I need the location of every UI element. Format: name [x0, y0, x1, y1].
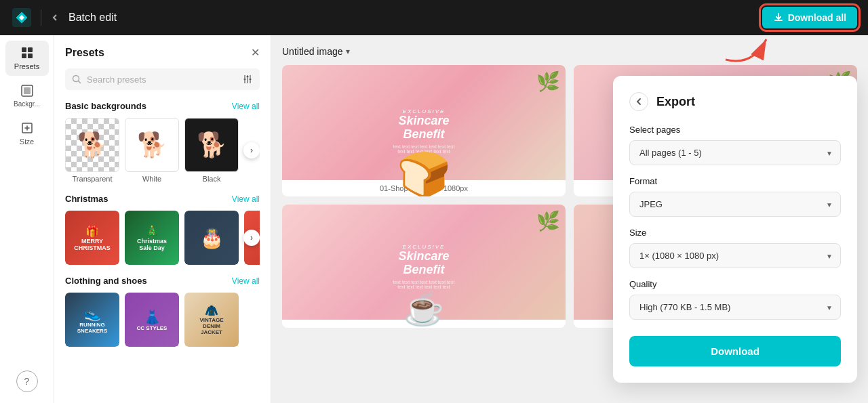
- download-icon: [773, 12, 784, 23]
- app-logo: [11, 7, 33, 28]
- christmas-row: 🎁 MERRYCHRISTMAS 🎄 ChristmasSale Day 🎂: [65, 211, 260, 265]
- basic-view-all[interactable]: View all: [232, 102, 260, 111]
- export-title: Export: [656, 95, 695, 109]
- export-back-button[interactable]: [629, 92, 648, 111]
- preset-white[interactable]: 🐕 White: [125, 118, 179, 183]
- format-select[interactable]: JPEGPNGPDFSVG: [629, 192, 841, 217]
- quality-select-wrapper: High (770 KB - 1.5 MB)Medium (400 KB - 7…: [629, 295, 841, 320]
- preset-christmas-1[interactable]: 🎁 MERRYCHRISTMAS: [65, 211, 119, 265]
- presets-title: Presets: [65, 47, 104, 59]
- presets-panel: Presets ✕ Basic backgrounds View all: [54, 35, 271, 403]
- pages-select-wrapper: All pages (1 - 5)Current pageCustom rang…: [629, 140, 841, 165]
- download-all-wrapper: Download all: [762, 7, 857, 28]
- icon-sidebar: Presets Backgr... Size ?: [0, 35, 54, 403]
- transparent-thumb: 🐕: [65, 118, 119, 172]
- adjust-icon[interactable]: [242, 74, 253, 85]
- canvas-image-1: EXCLUSIVE SkincareBenefit text text text…: [282, 65, 566, 180]
- search-icon: [72, 75, 81, 84]
- preset-christmas-2[interactable]: 🎄 ChristmasSale Day: [125, 211, 179, 265]
- format-select-wrapper: JPEGPNGPDFSVG: [629, 192, 841, 217]
- svg-rect-3: [28, 47, 33, 52]
- select-pages-group: Select pages All pages (1 - 5)Current pa…: [629, 125, 841, 165]
- scroll-right-christmas[interactable]: ›: [243, 230, 260, 246]
- presets-panel-header: Presets ✕: [65, 46, 260, 59]
- sidebar-item-background[interactable]: Backgr...: [5, 79, 49, 113]
- canvas-item-1[interactable]: EXCLUSIVE SkincareBenefit text text text…: [282, 65, 566, 196]
- canvas-item-3[interactable]: EXCLUSIVE SkincareBenefit text text text…: [282, 205, 566, 328]
- header-divider: [41, 9, 41, 26]
- christmas-view-all[interactable]: View all: [232, 194, 260, 204]
- back-button[interactable]: [50, 12, 60, 23]
- presets-icon: [20, 46, 34, 60]
- preset-christmas-3[interactable]: 🎂: [184, 211, 239, 265]
- size-group: Size 1× (1080 × 1080 px)2× (2160 × 2160 …: [629, 228, 841, 268]
- search-input[interactable]: [87, 75, 237, 85]
- select-pages-label: Select pages: [629, 125, 841, 135]
- jacket-thumb: 🧥 VINTAGEDENIMJACKET: [184, 293, 239, 347]
- shoes-thumb: 👟 RUNNINGSNEAKERS: [65, 293, 119, 347]
- svg-rect-5: [28, 54, 33, 58]
- download-all-button[interactable]: Download all: [762, 7, 857, 28]
- canvas-title: Untitled image ▾: [282, 46, 350, 57]
- canvas-area: Untitled image ▾ EXCLUSIVE SkincareBenef…: [271, 35, 868, 403]
- format-label: Format: [629, 176, 841, 186]
- preset-transparent[interactable]: 🐕 Transparent: [65, 118, 119, 183]
- help-icon-container: ?: [16, 370, 38, 403]
- svg-point-11: [247, 76, 249, 78]
- download-button[interactable]: Download: [629, 336, 841, 366]
- quality-group: Quality High (770 KB - 1.5 MB)Medium (40…: [629, 279, 841, 320]
- clothing-row: 👟 RUNNINGSNEAKERS 👗 CC STYLES 🧥: [65, 293, 260, 347]
- christmas-thumb-3: 🎂: [184, 211, 239, 265]
- white-thumb: 🐕: [125, 118, 179, 172]
- format-group: Format JPEGPNGPDFSVG: [629, 176, 841, 217]
- christmas-header: Christmas View all: [65, 194, 260, 204]
- black-thumb: 🐕: [184, 118, 239, 172]
- export-header: Export: [629, 92, 841, 111]
- export-panel: Export Select pages All pages (1 - 5)Cur…: [613, 76, 857, 383]
- sidebar-item-presets[interactable]: Presets: [5, 41, 49, 76]
- quality-label: Quality: [629, 279, 841, 289]
- quality-select[interactable]: High (770 KB - 1.5 MB)Medium (400 KB - 7…: [629, 295, 841, 320]
- svg-point-10: [244, 79, 246, 81]
- preset-shoes[interactable]: 👟 RUNNINGSNEAKERS: [65, 293, 119, 347]
- svg-rect-4: [22, 54, 26, 58]
- size-icon: [20, 121, 34, 135]
- page-title: Batch edit: [68, 12, 117, 24]
- pages-select[interactable]: All pages (1 - 5)Current pageCustom rang…: [629, 140, 841, 165]
- preset-jacket[interactable]: 🧥 VINTAGEDENIMJACKET: [184, 293, 239, 347]
- canvas-toolbar: Untitled image ▾: [282, 46, 857, 57]
- svg-point-12: [250, 79, 252, 81]
- styles-thumb: 👗 CC STYLES: [125, 293, 179, 347]
- search-box: [65, 68, 260, 90]
- background-icon: [20, 84, 34, 98]
- clothing-view-all[interactable]: View all: [232, 276, 260, 286]
- main-layout: Presets Backgr... Size ? Presets ✕: [0, 35, 868, 403]
- header: Batch edit Download all: [0, 0, 868, 35]
- canvas-image-3: EXCLUSIVE SkincareBenefit text text text…: [282, 205, 566, 320]
- presets-close-button[interactable]: ✕: [251, 46, 260, 59]
- christmas-thumb-1: 🎁 MERRYCHRISTMAS: [65, 211, 119, 265]
- basic-backgrounds-row: 🐕 Transparent 🐕 White 🐕 Black ›: [65, 118, 260, 183]
- help-icon[interactable]: ?: [16, 370, 38, 392]
- christmas-thumb-2: 🎄 ChristmasSale Day: [125, 211, 179, 265]
- clothing-header: Clothing and shoes View all: [65, 276, 260, 286]
- svg-rect-2: [22, 47, 26, 52]
- size-select-wrapper: 1× (1080 × 1080 px)2× (2160 × 2160 px)0.…: [629, 243, 841, 268]
- preset-styles[interactable]: 👗 CC STYLES: [125, 293, 179, 347]
- size-label: Size: [629, 228, 841, 238]
- sidebar-item-size[interactable]: Size: [5, 116, 49, 151]
- scroll-right-basic[interactable]: ›: [243, 142, 260, 158]
- canvas-title-chevron[interactable]: ▾: [346, 47, 350, 56]
- svg-rect-7: [24, 87, 31, 94]
- basic-backgrounds-header: Basic backgrounds View all: [65, 101, 260, 111]
- size-select[interactable]: 1× (1080 × 1080 px)2× (2160 × 2160 px)0.…: [629, 243, 841, 268]
- preset-black[interactable]: 🐕 Black: [184, 118, 239, 183]
